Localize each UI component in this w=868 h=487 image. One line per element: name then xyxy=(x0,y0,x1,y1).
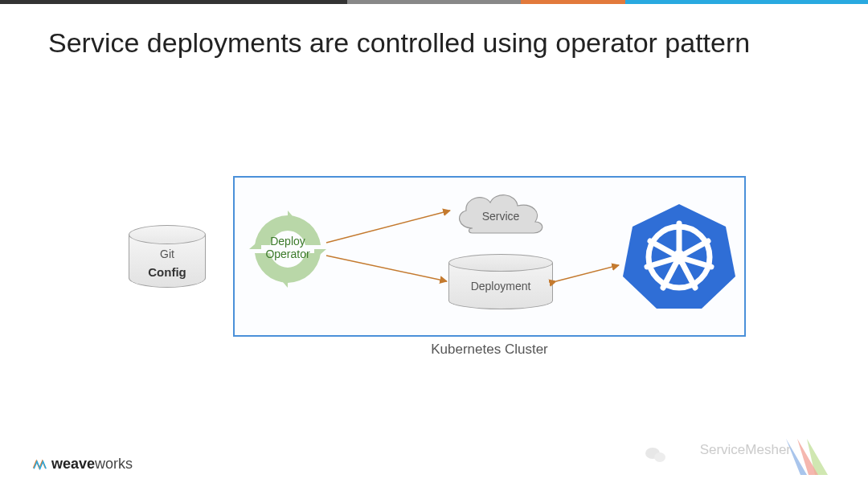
weaveworks-logo-icon xyxy=(32,457,47,472)
svg-line-16 xyxy=(556,265,619,281)
footer-brand: weaveworks xyxy=(32,456,133,473)
connector-arrows xyxy=(0,0,868,487)
wechat-icon xyxy=(645,445,667,468)
svg-line-14 xyxy=(326,211,450,243)
svg-point-18 xyxy=(654,452,665,462)
slide: Service deployments are controlled using… xyxy=(0,0,868,487)
svg-line-15 xyxy=(326,256,447,281)
watermark-text: ServiceMesher xyxy=(700,442,791,458)
watermark: ServiceMesher xyxy=(778,431,836,482)
footer-brand-text: weaveworks xyxy=(51,456,133,473)
